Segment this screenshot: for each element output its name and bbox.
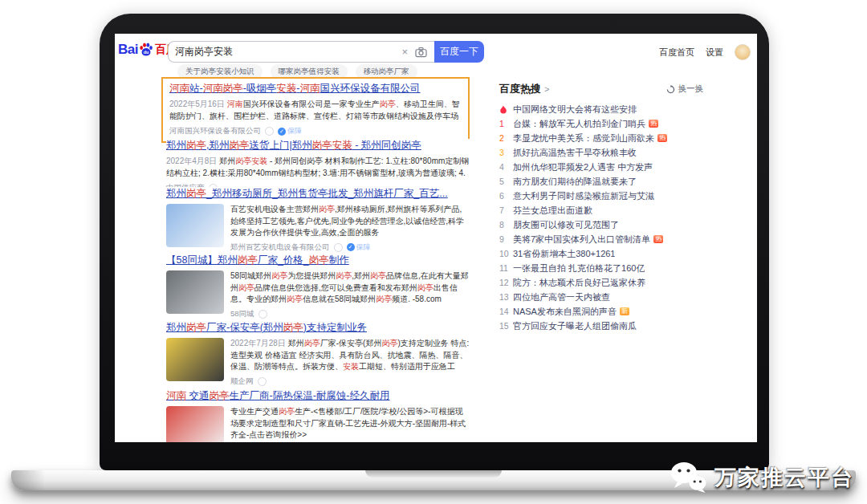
source-menu-icon[interactable] xyxy=(334,243,343,252)
result-source: 58同城 xyxy=(230,309,254,319)
text-segment: 频道. -58.com xyxy=(392,295,442,303)
camera-icon[interactable] xyxy=(413,47,434,58)
logo-text-du: du xyxy=(144,50,149,55)
result-title-link[interactable]: 河南站-河南岗亭-吸烟亭安装-河南国兴环保设备有限公司 xyxy=(169,82,462,96)
text-segment: 岗亭 xyxy=(370,271,386,280)
hot-item-text: 美将7家中国实体列入出口管制清单 xyxy=(513,234,650,246)
result-description: 58同城郑州岗亭为您提供郑州岗亭,郑州岗亭品牌信息,在此有大量郑州岗亭品牌信息供… xyxy=(230,270,470,306)
hot-search-item[interactable]: 4加州仇华犯罪频发2人遇害 中方发声 xyxy=(499,160,703,174)
result-body: 百艺安机电设备主营郑州岗亭,郑州移动厕所,郑州旗杆等系列产品,始终坚持工艺领先,… xyxy=(166,204,470,253)
result-thumbnail[interactable] xyxy=(166,204,224,247)
result-thumbnail[interactable] xyxy=(166,270,224,314)
hot-rank: 1 xyxy=(499,119,513,128)
text-segment: 岗亭 xyxy=(279,407,295,416)
text-segment: 岗亭 xyxy=(229,140,249,151)
search-result: 河南站-河南岗亭-吸烟亭安装-河南国兴环保设备有限公司2022年5月16日 河南… xyxy=(161,77,470,143)
result-source-row: 顺企网 xyxy=(230,376,470,387)
hot-item-text: 朋友圈可以修改可见范围了 xyxy=(513,219,619,231)
search-bar: × 百度一下 xyxy=(168,41,484,63)
check-icon: ✓ xyxy=(347,243,355,251)
hot-search-item[interactable]: 2李显龙忧中美关系：感觉到山雨欲来热 xyxy=(499,131,703,145)
result-thumbnail[interactable] xyxy=(166,338,224,381)
hot-item-text: 院方：林志颖术后良好已返家休养 xyxy=(513,277,645,289)
hot-rank: 9 xyxy=(499,234,513,244)
logo-text-bai: Bai xyxy=(118,42,138,58)
source-menu-icon[interactable] xyxy=(258,310,267,319)
result-title-link[interactable]: 郑州岗亭厂家-保安亭(郑州岗亭)支持定制业务 xyxy=(166,321,470,335)
hot-search-item[interactable]: 11一张最丑自拍 扎克伯格花了160亿 xyxy=(499,261,703,275)
text-segment: 郑州 xyxy=(166,188,186,199)
laptop-notch xyxy=(365,470,502,478)
hot-rank: 10 xyxy=(499,249,513,258)
result-title-link[interactable]: 郑州岗亭,郑州岗亭送货上门|郑州岗亭安装 - 郑州同创岗亭 xyxy=(166,139,470,152)
hot-search-item[interactable]: 6意大利男子同时感染猴痘新冠与艾滋 xyxy=(499,189,703,203)
hot-search-item[interactable]: 7芬兰女总理出面道歉 xyxy=(499,203,703,217)
hot-search-item[interactable]: 3抓好抗高温热害干旱夺秋粮丰收 xyxy=(499,145,703,160)
result-title-link[interactable]: 【58同城】郑州岗亭厂家_价格_岗亭制作 xyxy=(166,254,470,267)
hot-item-text: 意大利男子同时感染猴痘新冠与艾滋 xyxy=(513,190,654,202)
text-segment: -吸烟亭 xyxy=(243,83,277,94)
search-result: 郑州岗亭厂家-保安亭(郑州岗亭)支持定制业务2022年7月28日 郑州岗亭厂家-… xyxy=(166,321,470,387)
hot-search-item[interactable]: 15官方回应女子曝老人组团偷南瓜 xyxy=(499,319,703,333)
hot-rank: 15 xyxy=(499,321,513,331)
text-segment: 岗亭 xyxy=(283,322,303,333)
hot-search-title[interactable]: 百度热搜 > xyxy=(499,82,549,96)
text-segment: 百艺安机电设备主营郑州 xyxy=(230,205,319,213)
nav-settings-link[interactable]: 设置 xyxy=(706,47,723,59)
text-segment: 国兴环保设备有限公司是一家专业生产 xyxy=(243,100,380,108)
user-avatar[interactable] xyxy=(735,44,751,60)
result-title-link[interactable]: 河南 交通岗亭生产厂商-隔热保温-耐腐蚀-经久耐用 xyxy=(166,389,470,403)
hot-search-item[interactable]: 中国网络文明大会将有这些安排 xyxy=(499,102,703,116)
result-text-col: 专业生产交通岗亭生产-<售楼部/工厂/医院/学校/公园等>-可根据现场要求定制造… xyxy=(230,406,470,442)
hot-rank: 5 xyxy=(499,177,513,186)
hot-rank: 11 xyxy=(499,263,513,273)
hot-search-item[interactable]: 5南方朋友们期待的降温就要来了 xyxy=(499,174,703,189)
hot-item-text: 芬兰女总理出面道歉 xyxy=(513,205,592,217)
result-source: 郑州百艺安机电设备有限公司 xyxy=(230,242,330,253)
text-segment: 河南 xyxy=(166,390,186,401)
search-input[interactable] xyxy=(169,47,396,58)
text-segment: 岗亭 xyxy=(238,254,258,266)
hot-search-item[interactable]: 12院方：林志颖术后良好已返家休养 xyxy=(499,275,703,290)
text-segment: 岗亭 xyxy=(380,100,396,108)
hot-item-text: 四位地产高管一天内被查 xyxy=(513,291,610,303)
text-segment: 郑州 xyxy=(166,140,186,151)
result-text-col: 58同城郑州岗亭为您提供郑州岗亭,郑州岗亭品牌信息,在此有大量郑州岗亭品牌信息供… xyxy=(230,270,470,319)
text-segment: 信息就在58同城郑州 xyxy=(303,295,376,303)
source-menu-icon[interactable] xyxy=(265,127,274,136)
hot-rank: 6 xyxy=(499,191,513,201)
hot-search-item[interactable]: 1台媒：解放军无人机拍到金门哨兵热 xyxy=(499,116,703,131)
baidu-paw-icon: du xyxy=(138,42,154,58)
search-result: 【58同城】郑州岗亭厂家_价格_岗亭制作58同城郑州岗亭为您提供郑州岗亭,郑州岗… xyxy=(166,254,470,319)
hot-search-item[interactable]: 13四位地产高管一天内被查 xyxy=(499,290,703,304)
refresh-button[interactable]: 换一换 xyxy=(666,83,704,95)
result-thumbnail[interactable] xyxy=(166,406,224,442)
text-segment: 岗亭 xyxy=(186,188,206,199)
refresh-label: 换一换 xyxy=(678,83,704,95)
result-description: 2022年7月28日 郑州岗亭厂家-保安亭(郑州岗亭)支持定制业务 特点: 造型… xyxy=(230,338,470,373)
verified-badge: ✓保障 xyxy=(347,242,371,253)
text-segment: 【58同城】郑州 xyxy=(166,254,238,266)
text-segment: ,郑州 xyxy=(352,271,370,280)
text-segment: 制作 xyxy=(329,254,349,266)
result-source-row: 58同城 xyxy=(230,309,470,319)
top-nav: 百度首页 设置 xyxy=(659,44,751,60)
hot-rank: 3 xyxy=(499,148,513,157)
nav-home-link[interactable]: 百度首页 xyxy=(659,47,694,59)
result-description: 专业生产交通岗亭生产-<售楼部/工厂/医院/学校/公园等>-可根据现场要求定制造… xyxy=(230,406,470,441)
hot-search-item[interactable]: 1031省份新增本土380+1261 xyxy=(499,246,703,261)
result-title-link[interactable]: 郑州岗亭_郑州移动厕所_郑州售货亭批发_郑州旗杆厂家_百艺... xyxy=(166,187,470,201)
text-segment: 河南 xyxy=(169,83,189,94)
hot-rank: 14 xyxy=(499,307,513,316)
hot-search-item[interactable]: 8朋友圈可以修改可见范围了 xyxy=(499,217,703,232)
source-menu-icon[interactable] xyxy=(258,377,267,386)
text-segment: 岗亭 xyxy=(271,271,287,280)
hot-search-item[interactable]: 9美将7家中国实体列入出口管制清单热 xyxy=(499,232,703,246)
text-segment: 岗亭 xyxy=(186,140,206,151)
hot-search-list: 中国网络文明大会将有这些安排1台媒：解放军无人机拍到金门哨兵热2李显龙忧中美关系… xyxy=(499,102,703,333)
clear-icon[interactable]: × xyxy=(396,46,413,58)
text-segment: 岗亭 xyxy=(309,254,329,266)
search-button[interactable]: 百度一下 xyxy=(434,41,484,63)
text-segment: 厂家_价格_ xyxy=(258,254,309,266)
hot-search-item[interactable]: 14NASA发布来自黑洞的声音新 xyxy=(499,304,703,319)
